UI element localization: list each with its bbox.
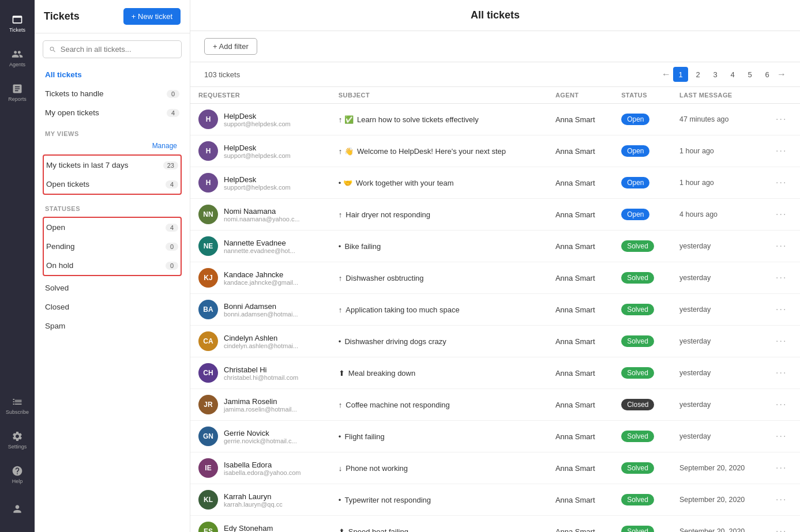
table-row[interactable]: CA Cindelyn Ashlen cindelyn.ashlen@hotma… (190, 326, 800, 357)
last-message-cell: September 20, 2020 (671, 452, 768, 484)
spam-status-link[interactable]: Spam (43, 316, 182, 335)
more-options-button[interactable]: ··· (776, 336, 787, 346)
my-open-tickets-badge: 4 (167, 109, 179, 117)
more-options-button[interactable]: ··· (776, 526, 787, 532)
requester-email: support@helpdesk.com (224, 120, 291, 127)
search-box[interactable] (43, 40, 182, 58)
more-options-button[interactable]: ··· (776, 368, 787, 378)
new-ticket-button[interactable]: + New ticket (123, 8, 181, 25)
requester-name: Kandace Jahncke (224, 270, 298, 279)
nav-help[interactable]: Help (0, 457, 35, 492)
requester-email: nomi.naamana@yahoo.c... (224, 216, 300, 222)
status-badge: Closed (621, 399, 654, 410)
subject-cell: • Bike failing (339, 242, 539, 251)
subject-text: Hair dryer not responding (345, 210, 430, 219)
table-row[interactable]: CH Christabel Hi christabel.hi@hotmail.c… (190, 357, 800, 389)
open-tickets-link[interactable]: Open tickets 4 (44, 175, 181, 194)
nav-user[interactable] (0, 492, 35, 526)
avatar: IE (198, 458, 218, 478)
last-message-cell: yesterday (671, 231, 768, 262)
page-3-button[interactable]: 3 (708, 67, 723, 82)
more-options-button[interactable]: ··· (776, 178, 787, 187)
status-cell: Solved (613, 484, 671, 516)
table-row[interactable]: KL Karrah Lauryn karrah.lauryn@qq.cc • T… (190, 484, 800, 516)
on-hold-status-link[interactable]: On hold 0 (44, 256, 181, 275)
requester-cell: H HelpDesk support@helpdesk.com (198, 141, 322, 161)
agent-cell: Anna Smart (547, 389, 613, 421)
table-row[interactable]: IE Isabella Edora isabella.edora@yahoo.c… (190, 452, 800, 484)
priority-icon: • (339, 337, 341, 346)
page-1-button[interactable]: 1 (673, 67, 688, 82)
last-message-cell: September 20, 2020 (671, 484, 768, 516)
nav-agents[interactable]: Agents (0, 40, 35, 75)
page-4-button[interactable]: 4 (725, 67, 740, 82)
more-options-button[interactable]: ··· (776, 114, 787, 124)
open-status-link[interactable]: Open 4 (44, 218, 181, 237)
more-options-button[interactable]: ··· (776, 209, 787, 219)
manage-link[interactable]: Manage (150, 141, 179, 151)
closed-status-link[interactable]: Closed (43, 297, 182, 316)
requester-email: christabel.hi@hotmail.com (224, 374, 298, 381)
requester-email: kandace.jahncke@gmail... (224, 279, 298, 286)
priority-icon: ↑ (339, 210, 343, 219)
requester-cell: JR Jamima Roselin jamima.roselin@hotmail… (198, 395, 322, 414)
agent-cell: Anna Smart (547, 484, 613, 516)
table-row[interactable]: NE Nannette Evadnee nannette.evadnee@hot… (190, 231, 800, 262)
search-icon (49, 46, 57, 54)
more-options-button[interactable]: ··· (776, 399, 787, 409)
statuses-label: STATUSES (43, 197, 182, 214)
requester-name: Nannette Evadnee (224, 239, 295, 247)
subject-text: Work together with your team (356, 179, 454, 187)
more-options-button[interactable]: ··· (776, 273, 787, 282)
avatar: CH (198, 363, 218, 383)
add-filter-button[interactable]: + Add filter (204, 38, 257, 55)
sidebar-header: Tickets + New ticket (35, 0, 190, 33)
table-row[interactable]: ES Edy Stoneham edy.stoneham@yahoo.com ⬆… (190, 516, 800, 533)
table-row[interactable]: H HelpDesk support@helpdesk.com ↑ 👋 Welc… (190, 135, 800, 167)
more-options-button[interactable]: ··· (776, 146, 787, 156)
table-row[interactable]: BA Bonni Adamsen bonni.adamsen@hotmai...… (190, 294, 800, 326)
page-6-button[interactable]: 6 (760, 67, 775, 82)
more-options-button[interactable]: ··· (776, 304, 787, 314)
more-options-button[interactable]: ··· (776, 241, 787, 251)
requester-info: Bonni Adamsen bonni.adamsen@hotmai... (224, 302, 298, 318)
my-tickets-last-days-link[interactable]: My tickets in last 7 days 23 (44, 156, 181, 175)
pagination: ← 1 2 3 4 5 6 → (662, 67, 786, 82)
pending-status-link[interactable]: Pending 0 (44, 237, 181, 256)
subject-text: Speed boat failing (348, 527, 408, 533)
status-badge: Solved (621, 431, 654, 442)
prev-page-button[interactable]: ← (662, 69, 671, 80)
nav-reports[interactable]: Reports (0, 75, 35, 110)
more-options-button[interactable]: ··· (776, 495, 787, 504)
status-badge: Solved (621, 272, 654, 284)
page-2-button[interactable]: 2 (690, 67, 705, 82)
table-row[interactable]: JR Jamima Roselin jamima.roselin@hotmail… (190, 389, 800, 421)
nav-tickets[interactable]: Tickets (0, 6, 35, 40)
solved-status-link[interactable]: Solved (43, 278, 182, 297)
search-input[interactable] (61, 45, 175, 54)
last-message-cell: September 20, 2020 (671, 516, 768, 533)
more-options-button[interactable]: ··· (776, 431, 787, 441)
page-5-button[interactable]: 5 (742, 67, 757, 82)
nav-settings[interactable]: Settings (0, 422, 35, 457)
last-message-cell: yesterday (671, 357, 768, 389)
col-status: STATUS (613, 87, 671, 104)
nav-subscribe[interactable]: Subscribe (0, 388, 35, 422)
requester-cell: NE Nannette Evadnee nannette.evadnee@hot… (198, 236, 322, 256)
more-options-button[interactable]: ··· (776, 463, 787, 473)
table-row[interactable]: H HelpDesk support@helpdesk.com ↑ ✅ Lear… (190, 104, 800, 135)
table-row[interactable]: KJ Kandace Jahncke kandace.jahncke@gmail… (190, 262, 800, 294)
subject-cell: ⬆ Speed boat failing (339, 527, 539, 533)
tickets-to-handle-link[interactable]: Tickets to handle 0 (43, 84, 182, 103)
table-row[interactable]: GN Gerrie Novick gerrie.novick@hotmail.c… (190, 421, 800, 452)
last-message-cell: yesterday (671, 262, 768, 294)
requester-cell: CH Christabel Hi christabel.hi@hotmail.c… (198, 363, 322, 383)
table-row[interactable]: H HelpDesk support@helpdesk.com • 🤝 Work… (190, 167, 800, 199)
priority-icon: • (339, 242, 341, 251)
all-tickets-link[interactable]: All tickets (43, 65, 182, 84)
next-page-button[interactable]: → (777, 69, 786, 80)
requester-email: isabella.edora@yahoo.com (224, 469, 301, 476)
table-row[interactable]: NN Nomi Naamana nomi.naamana@yahoo.c... … (190, 199, 800, 231)
requester-info: Christabel Hi christabel.hi@hotmail.com (224, 365, 298, 381)
my-open-tickets-link[interactable]: My open tickets 4 (43, 103, 182, 122)
